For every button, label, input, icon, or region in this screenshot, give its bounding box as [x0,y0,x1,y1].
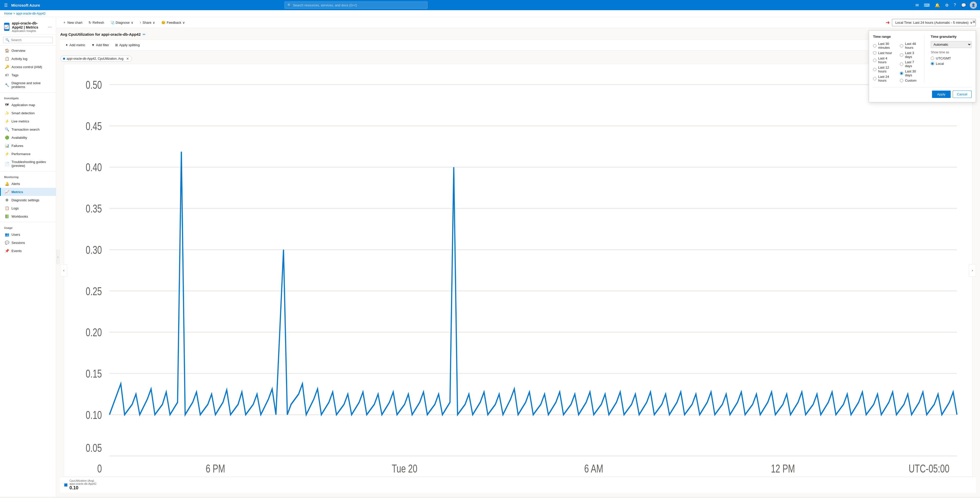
sidebar-item-metrics[interactable]: 📈 Metrics [0,188,56,196]
popup-utc-radio[interactable] [931,57,934,60]
sidebar-more-button[interactable]: ··· [48,24,52,30]
feedback-chevron-icon: ∨ [183,21,185,24]
popup-range-24hr[interactable]: Last 24 hours [873,74,894,83]
popup-local-label: Local [936,62,944,65]
popup-utc-option[interactable]: UTC/GMT [931,56,972,61]
sidebar-item-events[interactable]: 📌 Events [0,247,56,255]
workbooks-icon: 📗 [5,214,9,218]
sidebar-item-workbooks[interactable]: 📗 Workbooks [0,212,56,220]
sidebar-item-sessions[interactable]: 💬 Sessions [0,239,56,247]
sidebar-resource-type: Application Insights [12,29,45,32]
popup-range-custom-radio[interactable] [900,79,903,82]
sidebar-item-label: Diagnostic settings [11,198,39,202]
usage-section-label: Usage [0,224,56,231]
sidebar-item-performance[interactable]: ⚡ Performance [0,150,56,158]
sidebar-title-group: appi-oracle-db-App42 | Metrics Applicati… [12,21,45,32]
page-close-button[interactable]: ✕ [972,19,976,25]
popup-range-1hr[interactable]: Last hour [873,50,894,56]
apply-splitting-label: Apply splitting [119,43,140,47]
add-metric-button[interactable]: ✦ Add metric [63,42,87,48]
toolbar: ＋ New chart ↻ Refresh 🩺 Diagnose ∨ ↑ Sha… [56,17,980,28]
sidebar-item-label: Performance [11,152,30,156]
page-layout: 📈 appi-oracle-db-App42 | Metrics Applica… [0,17,980,497]
sidebar-item-diagnose[interactable]: 🔧 Diagnose and solve problems [0,79,56,91]
popup-granularity-col: Time granularity Automatic 1 minute 5 mi… [931,35,972,83]
popup-range-48hr[interactable]: Last 48 hours [900,41,918,50]
metric-tag-dot [63,58,65,60]
sidebar-item-label: Access control (IAM) [11,65,42,69]
sidebar-item-troubleshooting[interactable]: 📄 Troubleshooting guides (preview) [0,158,56,170]
help-icon[interactable]: ? [952,2,958,8]
popup-range-12hr[interactable]: Last 12 hours [873,65,894,74]
popup-range-3days-radio[interactable] [900,53,903,57]
metric-tag-remove-button[interactable]: ✕ [126,57,129,61]
popup-local-option[interactable]: Local [931,61,972,66]
popup-apply-button[interactable]: Apply [932,91,951,98]
popup-range-right: Last 48 hours Last 3 days Last 7 days [900,41,918,83]
popup-range-12hr-radio[interactable] [873,68,877,71]
time-range-button[interactable]: Local Time: Last 24 hours (Automatic - 5… [892,19,976,26]
popup-range-7days-radio[interactable] [900,62,903,66]
popup-cancel-button[interactable]: Cancel [953,91,972,98]
popup-range-3days[interactable]: Last 3 days [900,50,918,59]
sidebar-item-alerts[interactable]: 🔔 Alerts [0,180,56,188]
popup-range-custom[interactable]: Custom [900,78,918,83]
chart-svg: 0.50 0.45 0.40 0.35 0.30 0.25 0.20 0.15 … [64,64,972,477]
sidebar-item-diagnostic[interactable]: ⚙ Diagnostic settings [0,196,56,204]
sidebar-search-input[interactable] [11,38,51,42]
availability-icon: 🟢 [5,135,9,140]
bell-icon[interactable]: 🔔 [933,2,942,9]
sidebar-item-iam[interactable]: 🔑 Access control (IAM) [0,63,56,71]
sidebar-item-label: Tags [11,73,18,77]
popup-range-1hr-radio[interactable] [873,51,877,55]
sidebar-item-availability[interactable]: 🟢 Availability [0,134,56,142]
chart-nav-right-button[interactable]: › [969,264,976,277]
sidebar-item-live-metrics[interactable]: ⚡ Live metrics [0,117,56,125]
sidebar-item-smart-detection[interactable]: ✨ Smart detection [0,109,56,117]
diagnose-button[interactable]: 🩺 Diagnose ∨ [108,19,136,26]
popup-range-48hr-radio[interactable] [900,44,903,48]
sidebar-collapse-button[interactable]: ‹ [56,250,60,264]
share-button[interactable]: ↑ Share ∨ [137,19,158,26]
sidebar-item-users[interactable]: 👥 Users [0,231,56,239]
svg-text:0.25: 0.25 [86,285,102,298]
new-chart-button[interactable]: ＋ New chart [60,19,85,26]
breadcrumb-parent[interactable]: appi-oracle-db-App42 [16,12,45,15]
cloud-shell-icon[interactable]: ⌨ [922,2,931,9]
global-search-box[interactable]: 🔍 [285,2,428,9]
sidebar-item-failures[interactable]: 📊 Failures [0,142,56,150]
sidebar-item-tags[interactable]: 🏷 Tags [0,71,56,79]
popup-range-30min[interactable]: Last 30 minutes [873,41,894,50]
sidebar-item-logs[interactable]: 📋 Logs [0,204,56,212]
popup-range-4hr-radio[interactable] [873,59,877,62]
sidebar-item-application-map[interactable]: 🗺 Application map [0,101,56,109]
popup-local-radio[interactable] [931,62,934,65]
popup-range-4hr[interactable]: Last 4 hours [873,56,894,65]
sidebar-item-overview[interactable]: 🏠 Overview [0,46,56,55]
settings-icon[interactable]: ⚙ [943,2,950,9]
popup-range-30days-radio[interactable] [900,72,903,75]
add-filter-button[interactable]: ▼ Add filter [89,42,111,48]
popup-range-30days[interactable]: Last 30 days [900,68,918,78]
refresh-button[interactable]: ↻ Refresh [86,19,107,26]
add-filter-label: Add filter [96,43,109,47]
popup-granularity-select[interactable]: Automatic 1 minute 5 minutes 15 minutes … [931,41,972,48]
popup-range-30min-radio[interactable] [873,44,877,48]
sidebar-item-label: Events [11,249,22,253]
popup-range-24hr-radio[interactable] [873,77,877,80]
sidebar-item-transaction-search[interactable]: 🔍 Transaction search [0,125,56,134]
apply-splitting-button[interactable]: ⊞ Apply splitting [113,42,142,48]
feedback-icon[interactable]: 💬 [959,2,968,9]
chart-nav-left-button[interactable]: ‹ [60,264,67,277]
feedback-button[interactable]: 😊 Feedback ∨ [159,19,188,26]
chart-edit-icon[interactable]: ✏ [143,32,146,37]
user-avatar[interactable]: 👤 [970,2,977,9]
global-search-input[interactable] [293,3,425,7]
sidebar-item-activity-log[interactable]: 📋 Activity log [0,55,56,63]
svg-text:0.20: 0.20 [86,326,102,339]
breadcrumb-home[interactable]: Home [4,12,12,15]
email-icon[interactable]: ✉ [914,2,920,9]
popup-range-7days[interactable]: Last 7 days [900,59,918,68]
hamburger-menu-icon[interactable]: ☰ [3,2,9,9]
time-range-label: Local Time: Last 24 hours (Automatic - 5… [895,21,969,24]
